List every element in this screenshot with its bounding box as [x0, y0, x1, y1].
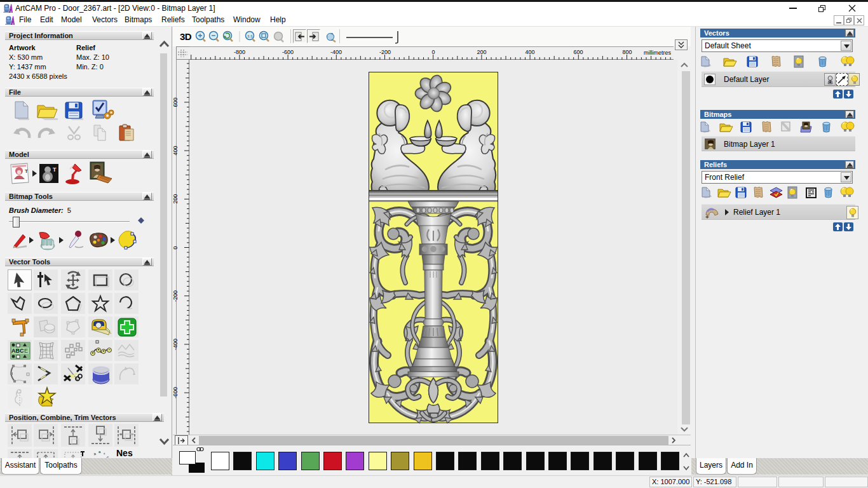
- svg-text:T: T: [25, 168, 28, 174]
- svg-text:+: +: [705, 214, 709, 220]
- svg-text:1:1: 1:1: [247, 34, 253, 38]
- svg-text:+: +: [103, 452, 106, 456]
- svg-text:T: T: [53, 166, 57, 173]
- svg-text:a: a: [98, 450, 101, 454]
- svg-text:E: E: [24, 348, 28, 354]
- svg-text:ABC: ABC: [11, 348, 24, 354]
- svg-text:a: a: [93, 452, 97, 456]
